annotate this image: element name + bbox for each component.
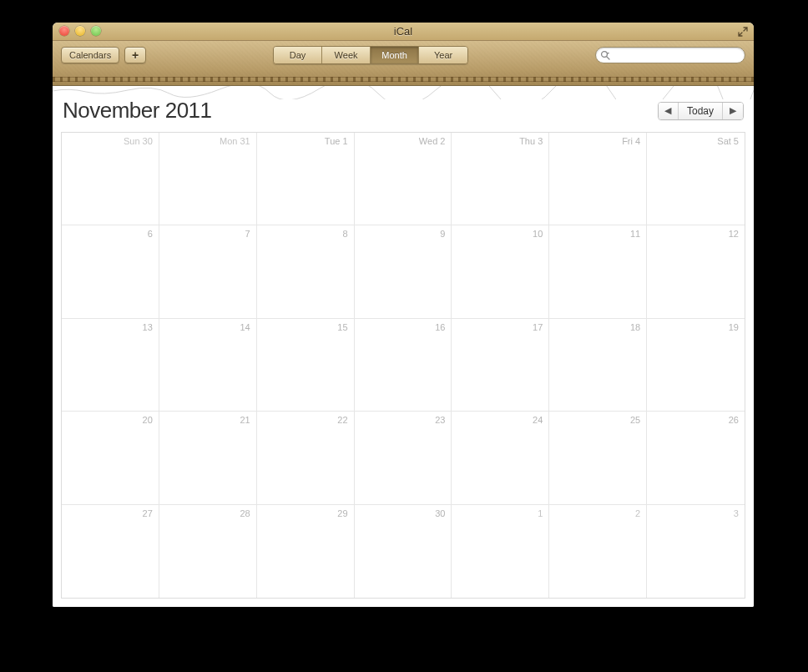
day-label: 20 xyxy=(143,415,153,425)
today-button[interactable]: Today xyxy=(679,103,723,119)
window-close-button[interactable] xyxy=(59,26,69,36)
day-cell[interactable]: 8 xyxy=(257,225,355,318)
titlebar: iCal xyxy=(53,23,754,41)
day-cell[interactable]: 23 xyxy=(355,412,452,504)
day-label: 13 xyxy=(143,322,153,332)
day-label: 26 xyxy=(729,415,739,425)
day-cell[interactable]: 3 xyxy=(647,505,745,598)
day-label: 27 xyxy=(143,508,153,518)
calendars-button[interactable]: Calendars xyxy=(61,47,119,63)
window-minimize-button[interactable] xyxy=(75,26,85,36)
day-cell[interactable]: Mon 31 xyxy=(159,133,257,225)
day-cell[interactable]: 27 xyxy=(62,505,159,598)
day-label: 6 xyxy=(148,229,153,239)
day-label: 18 xyxy=(630,322,640,332)
day-label: 1 xyxy=(538,508,543,518)
day-cell[interactable]: 13 xyxy=(62,319,159,412)
day-label: Fri 4 xyxy=(622,136,640,146)
window-zoom-button[interactable] xyxy=(91,26,101,36)
day-label: 11 xyxy=(630,229,640,239)
view-day-button[interactable]: Day xyxy=(274,47,322,63)
day-cell[interactable]: Fri 4 xyxy=(549,133,647,225)
window-title: iCal xyxy=(53,23,754,41)
day-cell[interactable]: 25 xyxy=(549,412,647,504)
day-cell[interactable]: 2 xyxy=(549,505,647,598)
day-cell[interactable]: 15 xyxy=(257,319,355,412)
day-label: 28 xyxy=(240,508,250,518)
search-input[interactable] xyxy=(595,47,745,63)
day-cell[interactable]: 10 xyxy=(452,225,549,318)
day-cell[interactable]: 21 xyxy=(159,412,257,504)
day-cell[interactable]: 1 xyxy=(452,505,549,598)
toolbar: Calendars + Day Week Month Year xyxy=(53,41,754,86)
day-label: Mon 31 xyxy=(220,136,250,146)
day-cell[interactable]: 30 xyxy=(355,505,452,598)
content-header: November 2011 ◀ Today ▶ xyxy=(61,98,745,124)
view-year-button[interactable]: Year xyxy=(419,47,467,63)
day-label: Wed 2 xyxy=(419,136,446,146)
day-label: Sun 30 xyxy=(124,136,153,146)
day-cell[interactable]: 9 xyxy=(355,225,452,318)
day-label: 14 xyxy=(240,322,250,332)
day-label: 16 xyxy=(435,322,445,332)
day-cell[interactable]: 11 xyxy=(549,225,647,318)
day-cell[interactable]: 22 xyxy=(257,412,355,504)
day-cell[interactable]: Wed 2 xyxy=(355,133,452,225)
day-cell[interactable]: 19 xyxy=(647,319,745,412)
day-label: Sat 5 xyxy=(717,136,739,146)
view-week-button[interactable]: Week xyxy=(322,47,371,63)
day-cell[interactable]: 12 xyxy=(647,225,745,318)
next-month-button[interactable]: ▶ xyxy=(723,103,743,119)
day-label: 15 xyxy=(337,322,347,332)
day-label: 21 xyxy=(240,415,250,425)
day-cell[interactable]: Sun 30 xyxy=(62,133,159,225)
day-label: 9 xyxy=(440,229,445,239)
day-cell[interactable]: 7 xyxy=(159,225,257,318)
day-label: 2 xyxy=(635,508,640,518)
day-label: 17 xyxy=(533,322,543,332)
day-label: Thu 3 xyxy=(519,136,543,146)
calendar-content: November 2011 ◀ Today ▶ Sun 30Mon 31Tue … xyxy=(53,86,754,607)
day-cell[interactable]: Tue 1 xyxy=(257,133,355,225)
search-field xyxy=(595,47,745,63)
fullscreen-icon[interactable] xyxy=(737,26,749,38)
day-label: 3 xyxy=(734,508,739,518)
add-event-button[interactable]: + xyxy=(124,47,146,63)
day-cell[interactable]: 20 xyxy=(62,412,159,504)
app-window: iCal Calendars + Day Week Month Year xyxy=(53,23,754,607)
day-label: 8 xyxy=(342,229,347,239)
year-number: 2011 xyxy=(165,98,212,123)
month-grid[interactable]: Sun 30Mon 31Tue 1Wed 2Thu 3Fri 4Sat 5678… xyxy=(61,132,745,599)
month-name: November xyxy=(63,98,159,123)
day-cell[interactable]: 16 xyxy=(355,319,452,412)
day-cell[interactable]: 28 xyxy=(159,505,257,598)
prev-month-button[interactable]: ◀ xyxy=(659,103,679,119)
view-month-button[interactable]: Month xyxy=(371,47,419,63)
day-cell[interactable]: 14 xyxy=(159,319,257,412)
day-label: 22 xyxy=(337,415,347,425)
day-cell[interactable]: 26 xyxy=(647,412,745,504)
day-label: 25 xyxy=(630,415,640,425)
day-cell[interactable]: 18 xyxy=(549,319,647,412)
day-label: 19 xyxy=(729,322,739,332)
day-label: 12 xyxy=(729,229,739,239)
month-nav: ◀ Today ▶ xyxy=(658,102,744,120)
day-label: 10 xyxy=(533,229,543,239)
day-cell[interactable]: 24 xyxy=(452,412,549,504)
day-cell[interactable]: 29 xyxy=(257,505,355,598)
day-label: 30 xyxy=(435,508,445,518)
day-cell[interactable]: Sat 5 xyxy=(647,133,745,225)
leather-stitching xyxy=(53,77,754,82)
day-label: Tue 1 xyxy=(325,136,348,146)
day-label: 24 xyxy=(533,415,543,425)
day-label: 23 xyxy=(435,415,445,425)
day-cell[interactable]: Thu 3 xyxy=(452,133,549,225)
month-year-title: November 2011 xyxy=(63,98,212,124)
day-cell[interactable]: 17 xyxy=(452,319,549,412)
traffic-lights xyxy=(59,26,101,36)
view-segmented-control: Day Week Month Year xyxy=(273,46,468,64)
day-label: 29 xyxy=(337,508,347,518)
day-cell[interactable]: 6 xyxy=(62,225,159,318)
day-label: 7 xyxy=(245,229,250,239)
